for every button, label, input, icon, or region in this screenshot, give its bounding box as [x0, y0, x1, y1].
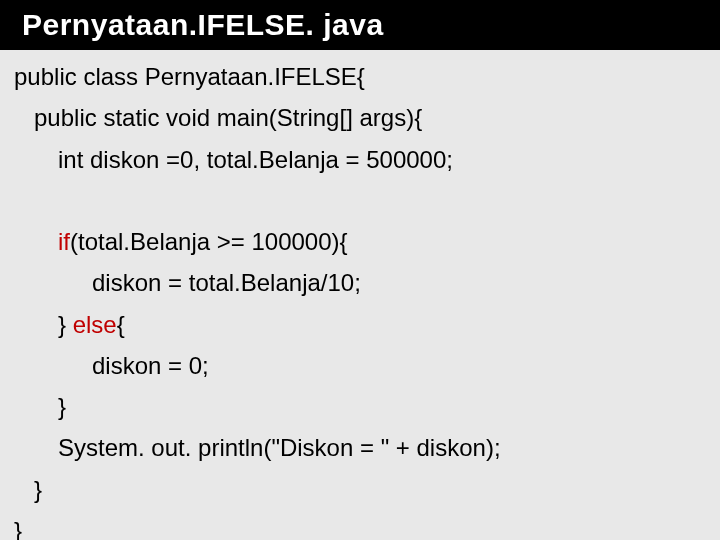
keyword-if: if	[58, 228, 70, 255]
code-line	[14, 180, 720, 221]
page-title: Pernyataan.IFELSE. java	[0, 0, 720, 50]
code-line: public static void main(String[] args){	[14, 97, 720, 138]
code-line: int diskon =0, total.Belanja = 500000;	[14, 139, 720, 180]
keyword-else: else	[73, 311, 117, 338]
code-line: }	[14, 469, 720, 510]
code-line: }	[14, 386, 720, 427]
code-block: public class Pernyataan.IFELSE{ public s…	[0, 50, 720, 540]
code-line: if(total.Belanja >= 100000){	[14, 221, 720, 262]
code-line: diskon = total.Belanja/10;	[14, 262, 720, 303]
code-line: }	[14, 510, 720, 540]
code-line: public class Pernyataan.IFELSE{	[14, 56, 720, 97]
code-line: System. out. println("Diskon = " + disko…	[14, 427, 720, 468]
code-line: } else{	[14, 304, 720, 345]
code-line: diskon = 0;	[14, 345, 720, 386]
